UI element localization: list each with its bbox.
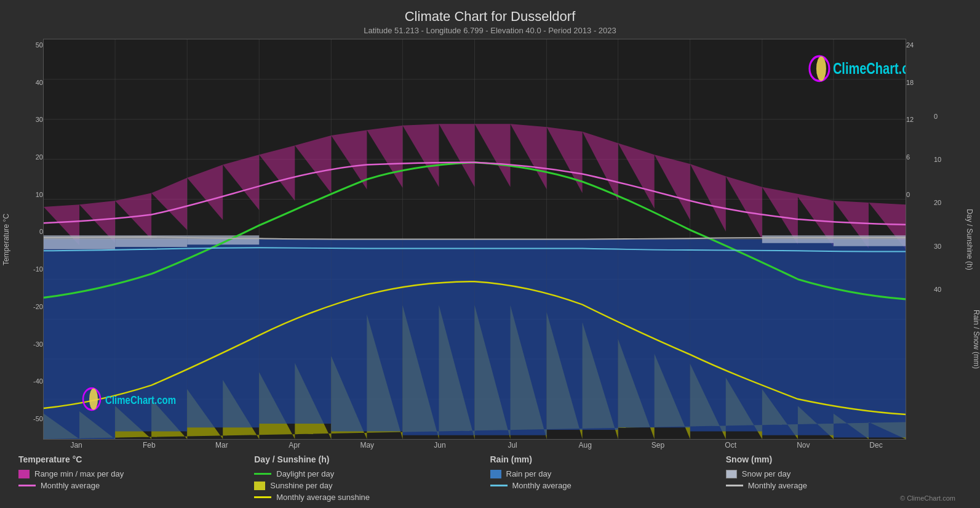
legend-sunshine: Day / Sunshine (h) Daylight per day Suns… [254, 454, 490, 502]
y-tick-n20: -20 [33, 303, 43, 310]
x-tick-sep: Sep [621, 441, 694, 450]
y-tick-n30: -30 [33, 341, 43, 348]
y-tick-r2-20: 20 [934, 199, 941, 206]
x-tick-oct: Oct [695, 441, 767, 450]
y-tick-50: 50 [36, 41, 43, 49]
y-tick-n10: -10 [33, 265, 43, 273]
legend-snow-avg-line [726, 485, 743, 486]
legend-rain-avg-line [490, 485, 508, 486]
svg-rect-30 [547, 240, 618, 430]
svg-rect-28 [402, 240, 474, 435]
legend-sunshine-bar: Sunshine per day [254, 481, 490, 490]
svg-point-41 [816, 56, 826, 81]
legend-sunshine-avg: Monthly average sunshine [254, 493, 490, 502]
legend-rain-title: Rain (mm) [490, 454, 726, 464]
legend-area: Temperature °C Range min / max per day M… [12, 454, 968, 502]
legend-temp-range: Range min / max per day [18, 469, 254, 478]
svg-rect-25 [187, 240, 259, 428]
svg-rect-26 [259, 240, 331, 424]
y-tick-n50: -50 [33, 415, 43, 422]
y-axis-right-wrapper: 24 18 12 6 0 0 0 0 0 0 0 Day / Sunshine … [906, 39, 968, 440]
legend-temp-avg-line [18, 485, 36, 486]
y-axis-left-label: Temperature °C [2, 213, 10, 265]
legend-temperature: Temperature °C Range min / max per day M… [18, 454, 254, 502]
legend-sunshine-swatch [254, 482, 265, 490]
legend-snow-bar: Snow per day [726, 469, 962, 478]
legend-temp-avg-label: Monthly average [41, 481, 100, 490]
legend-sunshine-title: Day / Sunshine (h) [254, 454, 490, 464]
y-tick-40: 40 [36, 79, 43, 86]
svg-rect-23 [44, 240, 115, 440]
y-axis-right2: Day / Sunshine (h) 0 10 20 30 40 0 0 0 R… [934, 39, 968, 440]
x-axis: Jan Feb Mar Apr May Jun Jul Aug Sep Oct … [40, 440, 912, 450]
y-tick-r-12: 12 [906, 116, 914, 123]
legend-snow-avg: Monthly average [726, 481, 962, 490]
y-axis-right1: 24 18 12 6 0 0 0 0 0 0 0 [906, 39, 934, 440]
page-wrapper: Climate Chart for Dusseldorf Latitude 51… [0, 0, 980, 508]
x-tick-jun: Jun [404, 441, 476, 450]
x-tick-may: May [331, 441, 404, 450]
y-tick-r-24: 24 [906, 41, 914, 49]
y-tick-n40: -40 [33, 377, 43, 385]
y-tick-r2-10: 10 [934, 156, 941, 163]
svg-rect-39 [834, 235, 906, 246]
svg-rect-33 [762, 240, 834, 435]
x-tick-feb: Feb [113, 441, 185, 450]
x-tick-jan: Jan [40, 441, 113, 450]
legend-snow-title: Snow (mm) [726, 454, 962, 464]
legend-daylight-label: Daylight per day [276, 469, 334, 478]
svg-text:ClimeChart.com: ClimeChart.com [105, 393, 176, 406]
legend-temp-range-label: Range min / max per day [34, 469, 124, 478]
chart-area: Temperature °C 50 40 30 20 10 0 -10 -20 … [12, 39, 968, 440]
copyright: © ClimeChart.com [726, 494, 962, 502]
y-axes-right: 24 18 12 6 0 0 0 0 0 0 0 Day / Sunshine … [906, 39, 968, 440]
y-tick-r-18: 18 [906, 79, 914, 86]
x-tick-jul: Jul [476, 441, 549, 450]
x-tick-apr: Apr [258, 441, 331, 450]
legend-rain: Rain (mm) Rain per day Monthly average [490, 454, 726, 502]
svg-rect-38 [762, 235, 834, 243]
y-tick-r2-0a: 0 [934, 113, 938, 120]
legend-sunshine-avg-line [254, 496, 271, 498]
chart-title: Climate Chart for Dusseldorf [12, 9, 968, 25]
svg-point-44 [89, 389, 98, 410]
legend-snow-swatch [726, 470, 737, 478]
y-tick-r-0: 0 [906, 191, 910, 198]
legend-snow-avg-label: Monthly average [748, 481, 807, 490]
legend-temp-avg: Monthly average [18, 481, 254, 490]
x-tick-mar: Mar [185, 441, 258, 450]
legend-sunshine-avg-label: Monthly average sunshine [276, 493, 370, 502]
legend-temp-range-swatch [18, 470, 30, 478]
chart-svg: ClimeChart.com ClimeChart.com [44, 39, 906, 439]
x-tick-dec: Dec [840, 441, 912, 450]
legend-rain-swatch [490, 470, 501, 478]
legend-rain-avg-label: Monthly average [512, 481, 572, 490]
legend-sunshine-label: Sunshine per day [270, 481, 332, 490]
x-tick-nov: Nov [767, 441, 840, 450]
y-tick-r2-30: 30 [934, 243, 941, 250]
legend-snow-label: Snow per day [742, 469, 791, 478]
y-axis-right-label2: Rain / Snow (mm) [972, 310, 980, 369]
x-tick-aug: Aug [549, 441, 621, 450]
y-tick-r-6: 6 [906, 153, 910, 161]
legend-temp-title: Temperature °C [18, 454, 254, 464]
chart-subtitle: Latitude 51.213 - Longitude 6.799 - Elev… [12, 26, 968, 35]
legend-snow: Snow (mm) Snow per day Monthly average ©… [726, 454, 962, 502]
legend-rain-bar: Rain per day [490, 469, 726, 478]
y-axis-right-label1: Day / Sunshine (h) [965, 209, 973, 270]
y-tick-20: 20 [36, 153, 43, 161]
y-tick-10: 10 [36, 191, 43, 198]
legend-daylight: Daylight per day [254, 469, 490, 478]
svg-text:ClimeChart.com: ClimeChart.com [833, 60, 906, 78]
y-tick-r2-40: 40 [934, 286, 941, 293]
svg-rect-27 [331, 240, 402, 432]
legend-rain-avg: Monthly average [490, 481, 726, 490]
legend-daylight-line [254, 473, 271, 475]
svg-rect-31 [618, 240, 690, 428]
chart-main: ClimeChart.com ClimeChart.com [43, 39, 906, 440]
y-axis-left: Temperature °C 50 40 30 20 10 0 -10 -20 … [12, 39, 43, 440]
y-tick-30: 30 [36, 116, 43, 123]
svg-rect-29 [475, 240, 547, 435]
legend-rain-label: Rain per day [506, 469, 552, 478]
svg-rect-32 [690, 240, 762, 432]
